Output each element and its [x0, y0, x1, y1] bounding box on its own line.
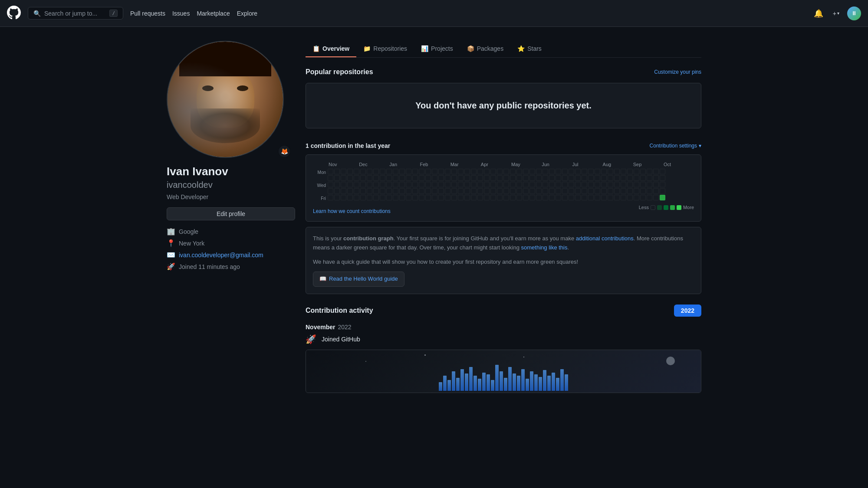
- graph-cell[interactable]: [582, 195, 587, 200]
- graph-cell[interactable]: [575, 195, 581, 200]
- graph-cell[interactable]: [341, 182, 346, 187]
- graph-cell[interactable]: [608, 182, 613, 187]
- graph-cell[interactable]: [328, 169, 333, 174]
- graph-cell[interactable]: [432, 169, 437, 174]
- graph-cell[interactable]: [562, 182, 568, 187]
- graph-cell[interactable]: [503, 195, 509, 200]
- graph-cell[interactable]: [542, 195, 548, 200]
- graph-cell[interactable]: [523, 175, 529, 181]
- graph-cell[interactable]: [406, 188, 411, 194]
- graph-cell[interactable]: [373, 182, 379, 187]
- graph-cell[interactable]: [503, 188, 509, 194]
- graph-cell[interactable]: [328, 182, 333, 187]
- graph-cell[interactable]: [588, 182, 594, 187]
- graph-cell[interactable]: [360, 195, 366, 200]
- graph-cell[interactable]: [458, 195, 464, 200]
- graph-cell[interactable]: [360, 188, 366, 194]
- graph-cell[interactable]: [367, 182, 372, 187]
- graph-cell[interactable]: [471, 195, 477, 200]
- graph-cell[interactable]: [451, 195, 457, 200]
- graph-cell[interactable]: [621, 195, 626, 200]
- graph-cell[interactable]: [621, 182, 626, 187]
- graph-cell[interactable]: [556, 182, 561, 187]
- graph-cell[interactable]: [634, 182, 639, 187]
- graph-cell[interactable]: [575, 169, 581, 174]
- graph-cell[interactable]: [614, 188, 620, 194]
- graph-cell[interactable]: [432, 188, 437, 194]
- graph-cell[interactable]: [549, 188, 555, 194]
- graph-cell[interactable]: [464, 175, 470, 181]
- graph-cell[interactable]: [562, 169, 568, 174]
- graph-cell[interactable]: [484, 169, 490, 174]
- graph-cell[interactable]: [647, 195, 652, 200]
- graph-cell[interactable]: [588, 188, 594, 194]
- graph-cell[interactable]: [569, 182, 574, 187]
- graph-cell[interactable]: [445, 169, 450, 174]
- graph-cell[interactable]: [373, 169, 379, 174]
- graph-cell[interactable]: [529, 195, 535, 200]
- graph-cell[interactable]: [354, 169, 359, 174]
- graph-cell[interactable]: [367, 195, 372, 200]
- graph-cell[interactable]: [503, 169, 509, 174]
- graph-cell[interactable]: [484, 175, 490, 181]
- graph-cell[interactable]: [386, 175, 392, 181]
- graph-cell[interactable]: [608, 175, 613, 181]
- graph-cell[interactable]: [595, 182, 600, 187]
- graph-cell[interactable]: [640, 169, 646, 174]
- graph-cell[interactable]: [490, 169, 496, 174]
- graph-cell[interactable]: [419, 175, 424, 181]
- graph-cell[interactable]: [510, 195, 516, 200]
- graph-cell[interactable]: [627, 175, 633, 181]
- graph-cell[interactable]: [647, 175, 652, 181]
- graph-cell[interactable]: [582, 182, 587, 187]
- graph-cell[interactable]: [464, 182, 470, 187]
- graph-cell[interactable]: [647, 169, 652, 174]
- graph-cell[interactable]: [471, 182, 477, 187]
- graph-cell[interactable]: [451, 175, 457, 181]
- graph-cell[interactable]: [490, 182, 496, 187]
- graph-cell[interactable]: [477, 188, 483, 194]
- graph-cell[interactable]: [490, 195, 496, 200]
- explore-link[interactable]: Explore: [237, 10, 257, 17]
- graph-cell[interactable]: [328, 188, 333, 194]
- graph-cell[interactable]: [373, 195, 379, 200]
- graph-cell[interactable]: [412, 188, 418, 194]
- graph-cell[interactable]: [601, 195, 607, 200]
- graph-cell[interactable]: [406, 195, 411, 200]
- graph-cell[interactable]: [621, 188, 626, 194]
- graph-cell[interactable]: [425, 175, 431, 181]
- graph-cell[interactable]: [425, 182, 431, 187]
- graph-cell[interactable]: [640, 195, 646, 200]
- graph-cell[interactable]: [556, 169, 561, 174]
- graph-cell[interactable]: [334, 182, 340, 187]
- github-logo[interactable]: [7, 6, 21, 21]
- graph-cell[interactable]: [438, 188, 444, 194]
- graph-cell[interactable]: [542, 188, 548, 194]
- graph-cell[interactable]: [497, 182, 503, 187]
- graph-cell[interactable]: [471, 169, 477, 174]
- graph-cell[interactable]: [406, 175, 411, 181]
- graph-cell[interactable]: [451, 182, 457, 187]
- graph-cell[interactable]: [510, 182, 516, 187]
- graph-cell[interactable]: [542, 169, 548, 174]
- graph-cell[interactable]: [653, 195, 659, 200]
- graph-cell[interactable]: [556, 188, 561, 194]
- graph-cell[interactable]: [406, 182, 411, 187]
- graph-cell[interactable]: [510, 169, 516, 174]
- notifications-bell[interactable]: 🔔: [812, 7, 825, 20]
- graph-cell[interactable]: [360, 169, 366, 174]
- graph-cell[interactable]: [419, 182, 424, 187]
- graph-cell[interactable]: [347, 182, 353, 187]
- graph-cell[interactable]: [393, 169, 398, 174]
- graph-cell[interactable]: [477, 175, 483, 181]
- graph-cell[interactable]: [347, 175, 353, 181]
- graph-cell[interactable]: [569, 188, 574, 194]
- graph-cell[interactable]: [334, 188, 340, 194]
- marketplace-link[interactable]: Marketplace: [197, 10, 230, 17]
- graph-cell[interactable]: [536, 188, 542, 194]
- graph-cell[interactable]: [432, 195, 437, 200]
- graph-cell[interactable]: [497, 188, 503, 194]
- graph-cell[interactable]: [595, 195, 600, 200]
- graph-cell[interactable]: [458, 169, 464, 174]
- graph-cell[interactable]: [354, 188, 359, 194]
